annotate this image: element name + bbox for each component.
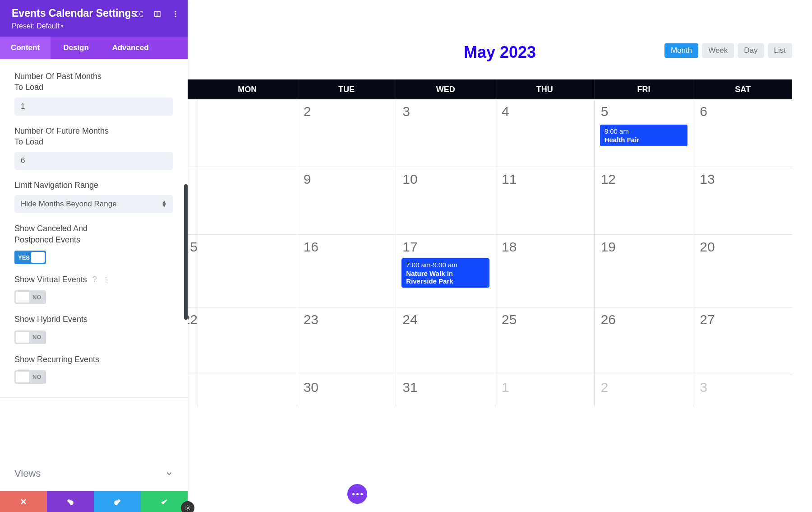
day-cell[interactable] [198,99,297,167]
floating-action-button[interactable] [347,484,367,504]
close-button[interactable] [0,491,47,512]
day-cell[interactable]: 13 [693,167,792,234]
preset-prefix: Preset: [12,22,37,30]
day-number: 1 [502,380,509,395]
view-list-button[interactable]: List [768,43,792,58]
view-week-button[interactable]: Week [702,43,734,58]
undo-button[interactable] [47,491,94,512]
day-cell[interactable]: 24 [396,307,495,375]
event-nature-walk[interactable]: 7:00 am-9:00 am Nature Walk in Riverside… [401,258,489,288]
limit-nav-select[interactable]: Hide Months Beyond Range ▲▼ [14,195,173,213]
day-cell[interactable]: 19 [595,235,694,307]
day-number: 6 [700,104,707,119]
day-cell[interactable]: 12 [595,167,694,234]
day-cell[interactable]: 4 [495,99,595,167]
show-canceled-toggle[interactable]: YES [14,251,46,264]
day-cell[interactable]: 2 [297,99,397,167]
view-switcher: Month Week Day List [664,43,792,58]
future-months-label: Number Of Future Months To Load [14,126,109,148]
redo-button[interactable] [94,491,141,512]
day-cell[interactable] [188,167,198,234]
day-cell[interactable] [198,375,297,407]
day-cell[interactable]: 5 8:00 am Health Fair [595,99,694,167]
show-recurring-toggle[interactable]: NO [14,370,46,384]
day-cell[interactable]: 22 [188,307,198,375]
preset-selector[interactable]: Preset: Default▼ [12,22,176,30]
day-cell[interactable]: 1 [495,375,595,407]
week-row: 2 3 4 5 8:00 am Health Fair 6 [188,99,792,167]
day-cell[interactable]: 18 [495,235,595,307]
day-number: 2 [304,104,311,119]
day-cell[interactable]: 27 [693,307,792,375]
day-cell[interactable] [198,167,297,234]
day-cell[interactable] [188,99,198,167]
section-divider [0,397,188,398]
day-cell[interactable]: 6 [693,99,792,167]
panel-scrollbar[interactable] [184,184,188,320]
day-cell[interactable]: 17 7:00 am-9:00 am Nature Walk in Rivers… [396,235,495,307]
limit-nav-value: Hide Months Beyond Range [14,195,173,213]
future-months-input[interactable] [14,152,173,170]
toggle-no-text: NO [32,373,42,380]
day-cell[interactable]: 31 [396,375,495,407]
tab-content[interactable]: Content [0,37,51,59]
kebab-menu-icon[interactable] [171,10,180,18]
sidebar-toggle-icon[interactable] [153,10,161,18]
close-icon [19,497,28,506]
calendar-title: May 2023 [464,43,536,62]
toggle-knob [16,372,29,382]
show-hybrid-label: Show Hybrid Events [14,314,109,325]
day-cell[interactable]: 9 [297,167,397,234]
dow-fri: FRI [595,79,694,99]
day-cell[interactable]: 5 [188,235,198,307]
calendar-header: May 2023 Month Week Day List [188,0,812,79]
day-cell[interactable] [198,235,297,307]
select-arrows-icon: ▲▼ [161,201,167,208]
day-cell[interactable]: 11 [495,167,595,234]
show-recurring-label: Show Recurring Events [14,354,109,365]
week-row: 30 31 1 2 3 [188,375,792,407]
day-cell[interactable]: 20 [693,235,792,307]
expand-icon[interactable] [135,10,143,18]
help-icon[interactable]: ? [92,275,97,284]
day-cell[interactable]: 2 [595,375,694,407]
day-cell[interactable] [188,375,198,407]
event-health-fair[interactable]: 8:00 am Health Fair [600,125,688,146]
day-cell[interactable]: 23 [297,307,397,375]
panel-footer [0,491,188,512]
show-canceled-label: Show Canceled And Postponed Events [14,223,109,245]
event-name: Health Fair [604,136,683,144]
day-number: 16 [304,239,318,254]
views-section-toggle[interactable]: Views [0,460,188,491]
view-month-button[interactable]: Month [664,43,698,58]
day-number: 4 [502,104,509,119]
day-number: 25 [502,312,517,327]
day-cell[interactable]: 26 [595,307,694,375]
day-cell[interactable] [198,307,297,375]
day-cell[interactable]: 10 [396,167,495,234]
day-number: 5 [601,104,609,119]
show-virtual-toggle[interactable]: NO [14,290,46,304]
past-months-input[interactable] [14,98,173,116]
show-hybrid-toggle[interactable]: NO [14,330,46,344]
day-cell[interactable]: 3 [396,99,495,167]
day-cell[interactable]: 25 [495,307,595,375]
view-day-button[interactable]: Day [738,43,764,58]
gear-icon [185,505,191,511]
tab-design[interactable]: Design [51,37,102,59]
day-number: 31 [402,380,417,395]
tab-advanced[interactable]: Advanced [102,37,159,59]
module-settings-handle[interactable] [181,501,194,512]
toggle-no-text: NO [32,294,42,301]
redo-icon [113,497,122,506]
field-kebab-icon[interactable]: ⋮ [102,275,110,284]
day-number: 10 [402,172,417,186]
day-cell[interactable]: 16 [297,235,397,307]
dow-tue: TUE [297,79,397,99]
day-cell[interactable]: 30 [297,375,397,407]
day-number: 18 [502,239,517,254]
day-cell[interactable]: 3 [693,375,792,407]
panel-body[interactable]: Number Of Past Months To Load Number Of … [0,59,188,460]
calendar-grid: MON TUE WED THU FRI SAT 2 3 4 5 8:00 am … [188,79,792,407]
toggle-no-text: NO [32,334,42,340]
